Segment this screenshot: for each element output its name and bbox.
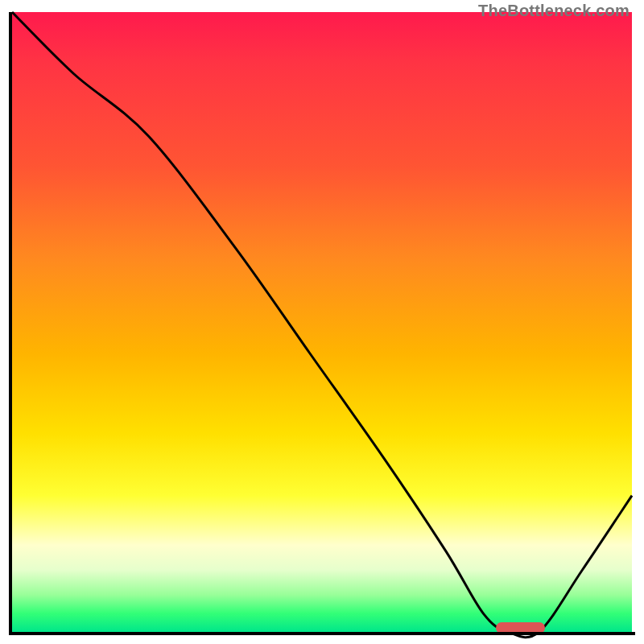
bottleneck-chart: TheBottleneck.com	[0, 0, 644, 644]
bottleneck-curve-path	[12, 12, 632, 638]
watermark-text: TheBottleneck.com	[478, 2, 630, 20]
curve-layer	[12, 12, 632, 632]
y-axis	[9, 12, 12, 635]
x-axis	[9, 632, 635, 635]
